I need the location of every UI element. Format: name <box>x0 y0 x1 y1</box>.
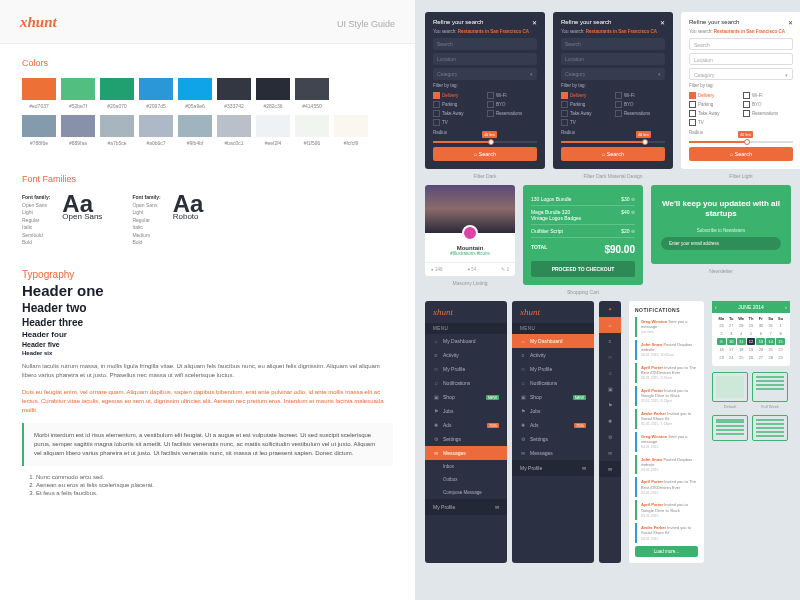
notification-item[interactable]: April Porter Invited you to Google Drive… <box>635 386 698 406</box>
tag-checkbox[interactable]: Parking <box>561 101 611 108</box>
remove-icon[interactable]: ⊗ <box>631 196 635 202</box>
tag-checkbox[interactable]: Take Away <box>689 110 739 117</box>
sidebar-item[interactable]: ✉Messages <box>512 446 594 460</box>
calendar-day[interactable]: 16 <box>717 346 726 353</box>
calendar-day[interactable]: 28 <box>737 322 746 329</box>
tag-checkbox[interactable]: Delivery <box>433 92 483 99</box>
calendar-day[interactable]: 14 <box>766 338 775 345</box>
tag-checkbox[interactable]: Parking <box>689 101 739 108</box>
tag-checkbox[interactable]: Reservations <box>487 110 537 117</box>
tag-checkbox[interactable]: TV <box>433 119 483 126</box>
notification-item[interactable]: April Porter Invited you to The Best iOS… <box>635 363 698 383</box>
radius-slider[interactable]: 40 km <box>433 141 537 143</box>
calendar-day[interactable]: 18 <box>737 346 746 353</box>
close-icon[interactable]: ✕ <box>788 19 793 26</box>
calendar-day[interactable]: 31 <box>766 322 775 329</box>
sidebar-icon-item[interactable]: ⚙ <box>599 429 621 445</box>
sidebar-item[interactable]: ✺Ads75% <box>512 418 594 432</box>
tag-checkbox[interactable]: BYO <box>615 101 665 108</box>
location-input[interactable]: Location <box>433 53 537 65</box>
remove-icon[interactable]: ⊗ <box>631 228 635 234</box>
calendar-day[interactable]: 23 <box>717 354 726 361</box>
tag-checkbox[interactable]: Reservations <box>615 110 665 117</box>
calendar-day[interactable]: 2 <box>717 330 726 337</box>
email-input[interactable]: Enter your email address <box>661 237 781 250</box>
calendar-day[interactable]: 28 <box>766 354 775 361</box>
notification-item[interactable]: John Snow Posted Dropbox website06.01.20… <box>635 340 698 360</box>
sidebar-subitem[interactable]: Inbox <box>425 460 507 473</box>
sidebar-item[interactable]: ☺My Profile <box>425 362 507 376</box>
calendar-day[interactable]: 12 <box>747 338 756 345</box>
sidebar-item[interactable]: ≡Activity <box>425 348 507 362</box>
sidebar-item[interactable]: ⚑Jobs <box>512 404 594 418</box>
search-input[interactable]: Search <box>561 38 665 50</box>
calendar-day[interactable]: 5 <box>747 330 756 337</box>
calendar-day[interactable]: 20 <box>756 346 765 353</box>
menu-footer[interactable]: My Profile✉ <box>512 460 594 476</box>
calendar-day[interactable]: 10 <box>727 338 736 345</box>
location-input[interactable]: Location <box>561 53 665 65</box>
tag-checkbox[interactable]: Reservations <box>743 110 793 117</box>
sidebar-item[interactable]: ⚙Settings <box>425 432 507 446</box>
tag-checkbox[interactable]: BYO <box>743 101 793 108</box>
notification-item[interactable]: Greg Winston Sent you a message04.01.201… <box>635 432 698 452</box>
calendar-day[interactable]: 26 <box>717 322 726 329</box>
tag-checkbox[interactable]: Take Away <box>433 110 483 117</box>
sidebar-icon-item[interactable]: ▣ <box>599 381 621 397</box>
calendar-day[interactable]: 7 <box>766 330 775 337</box>
tag-checkbox[interactable]: Delivery <box>561 92 611 99</box>
calendar-day[interactable]: 26 <box>747 354 756 361</box>
sidebar-item[interactable]: ♫Notifications <box>512 376 594 390</box>
calendar-day[interactable]: 3 <box>727 330 736 337</box>
calendar-day[interactable]: 6 <box>756 330 765 337</box>
notification-item[interactable]: April Porter Invited you to The Best iOS… <box>635 477 698 497</box>
sidebar-icon-item[interactable]: ☺ <box>599 349 621 365</box>
close-icon[interactable]: ✕ <box>660 19 665 26</box>
category-select[interactable]: Category <box>689 68 793 80</box>
tag-checkbox[interactable]: Wi-Fi <box>615 92 665 99</box>
sidebar-subitem[interactable]: Compose Message <box>425 486 507 499</box>
search-button[interactable]: ⌕ Search <box>433 147 537 161</box>
sidebar-item[interactable]: ☺My Profile <box>512 362 594 376</box>
sidebar-icon-item[interactable]: ✉ <box>599 445 621 461</box>
sidebar-item[interactable]: ⚙Settings <box>512 432 594 446</box>
notification-item[interactable]: Andre Parker Invited you to Social Share… <box>635 523 698 543</box>
notification-item[interactable]: Greg Winston Sent you a messagejust now <box>635 317 698 337</box>
calendar-day[interactable]: 8 <box>776 330 785 337</box>
sidebar-item[interactable]: ⌂My Dashboard <box>512 334 594 348</box>
search-button[interactable]: ⌕ Search <box>561 147 665 161</box>
sidebar-item[interactable]: ✉Messages <box>425 446 507 460</box>
sidebar-icon-item[interactable]: ♫ <box>599 365 621 381</box>
calendar-day[interactable]: 1 <box>776 322 785 329</box>
prev-month[interactable]: ‹ <box>715 304 717 310</box>
calendar-day[interactable]: 11 <box>737 338 746 345</box>
sidebar-item[interactable]: ✺Ads75% <box>425 418 507 432</box>
sidebar-icon-item[interactable]: ✺ <box>599 413 621 429</box>
calendar-day[interactable]: 27 <box>756 354 765 361</box>
sidebar-icon-item[interactable]: ⚑ <box>599 397 621 413</box>
calendar-day[interactable]: 27 <box>727 322 736 329</box>
calendar-day[interactable]: 21 <box>766 346 775 353</box>
tag-checkbox[interactable]: Take Away <box>561 110 611 117</box>
calendar-day[interactable]: 9 <box>717 338 726 345</box>
menu-footer[interactable]: My Profile✉ <box>425 499 507 515</box>
load-more-button[interactable]: Load more... <box>635 546 698 557</box>
search-input[interactable]: Search <box>433 38 537 50</box>
radius-slider[interactable]: 40 km <box>689 141 793 143</box>
notification-item[interactable]: April Porter Invited you to Google Drive… <box>635 500 698 520</box>
calendar-day[interactable]: 19 <box>747 346 756 353</box>
tag-checkbox[interactable]: Wi-Fi <box>487 92 537 99</box>
category-select[interactable]: Category <box>433 68 537 80</box>
tag-checkbox[interactable]: TV <box>689 119 739 126</box>
tag-checkbox[interactable]: Delivery <box>689 92 739 99</box>
calendar-day[interactable]: 22 <box>776 346 785 353</box>
checkout-button[interactable]: PROCEED TO CHECKOUT <box>531 261 635 277</box>
calendar-day[interactable]: 29 <box>747 322 756 329</box>
masonry-card[interactable]: Mountain#Illustrations #icons ● 348♥ 54✎… <box>425 185 515 276</box>
next-month[interactable]: › <box>785 304 787 310</box>
sidebar-item[interactable]: ▣ShopNEW <box>512 390 594 404</box>
sidebar-item[interactable]: ▣ShopNEW <box>425 390 507 404</box>
calendar-day[interactable]: 30 <box>756 322 765 329</box>
calendar-day[interactable]: 29 <box>776 354 785 361</box>
search-button[interactable]: ⌕ Search <box>689 147 793 161</box>
